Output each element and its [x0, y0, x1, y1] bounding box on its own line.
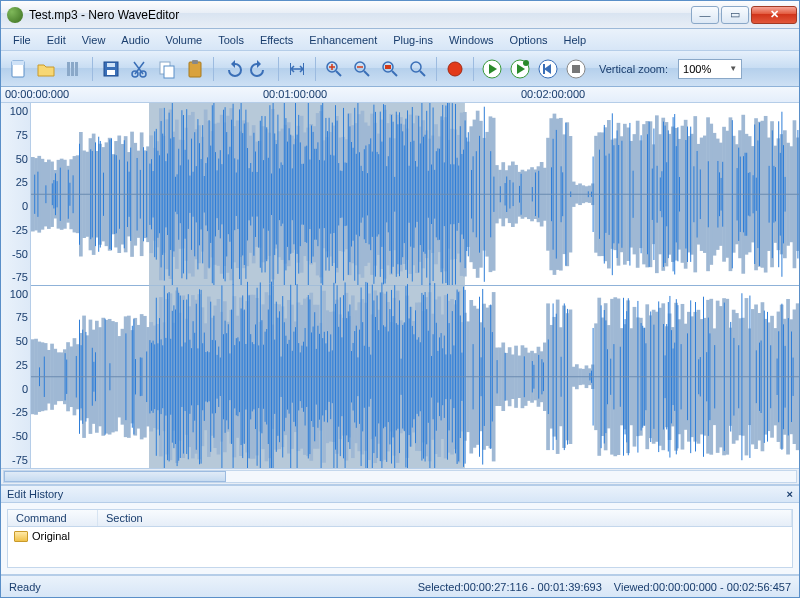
yaxis-tick: -50	[3, 430, 28, 442]
new-file-icon	[7, 58, 29, 80]
copy-button[interactable]	[154, 56, 180, 82]
redo-button[interactable]	[247, 56, 273, 82]
svg-rect-11	[164, 66, 174, 78]
ruler-tick: 00:01:00:000	[263, 88, 327, 100]
menu-audio[interactable]: Audio	[113, 31, 157, 49]
yaxis-tick: 100	[3, 105, 28, 117]
zoom-selection-button[interactable]	[377, 56, 403, 82]
yaxis-tick: 50	[3, 153, 28, 165]
menu-options[interactable]: Options	[502, 31, 556, 49]
select-all-button[interactable]	[284, 56, 310, 82]
minimize-button[interactable]: —	[691, 6, 719, 24]
svg-rect-14	[290, 63, 291, 75]
maximize-button[interactable]: ▭	[721, 6, 749, 24]
library-button[interactable]	[61, 56, 87, 82]
menu-enhancement[interactable]: Enhancement	[301, 31, 385, 49]
status-viewed: Viewed:00:00:00:000 - 00:02:56:457	[614, 581, 791, 593]
edit-history-panel: Command Section Original	[1, 503, 799, 575]
svg-rect-1	[12, 61, 24, 65]
yaxis-tick: 50	[3, 335, 28, 347]
window-title: Test.mp3 - Nero WaveEditor	[29, 8, 691, 22]
cut-button[interactable]	[126, 56, 152, 82]
app-icon	[7, 7, 23, 23]
record-icon	[444, 58, 466, 80]
edit-history-header: Edit History ×	[1, 485, 799, 503]
svg-rect-19	[385, 65, 391, 69]
svg-rect-4	[75, 62, 78, 76]
save-icon	[100, 58, 122, 80]
svg-rect-3	[71, 62, 74, 76]
yaxis-tick: -25	[3, 224, 28, 236]
copy-icon	[156, 58, 178, 80]
menu-file[interactable]: File	[5, 31, 39, 49]
waveform-area: 1007550250-25-50-75 1007550250-25-50-75	[1, 103, 799, 468]
panel-close-icon[interactable]: ×	[787, 488, 793, 500]
titlebar[interactable]: Test.mp3 - Nero WaveEditor — ▭ ✕	[1, 1, 799, 29]
zoom-out-button[interactable]	[349, 56, 375, 82]
yaxis-tick: 25	[3, 359, 28, 371]
yaxis-tick: 75	[3, 311, 28, 323]
svg-point-20	[411, 62, 421, 72]
yaxis-tick: 0	[3, 383, 28, 395]
record-button[interactable]	[442, 56, 468, 82]
time-ruler[interactable]: 00:00:00:00000:01:00:00000:02:00:000	[1, 87, 799, 103]
vertical-zoom-label: Vertical zoom:	[599, 63, 668, 75]
undo-icon	[221, 58, 243, 80]
waveform-canvas-wrap[interactable]	[31, 103, 799, 468]
menu-help[interactable]: Help	[556, 31, 595, 49]
zoom-value: 100%	[683, 63, 711, 75]
folder-icon	[14, 531, 28, 542]
menu-effects[interactable]: Effects	[252, 31, 301, 49]
yaxis-tick: -75	[3, 454, 28, 466]
waveform-canvas[interactable]	[31, 103, 799, 468]
undo-button[interactable]	[219, 56, 245, 82]
stop-icon	[565, 58, 587, 80]
scrollbar-thumb[interactable]	[4, 471, 226, 482]
close-button[interactable]: ✕	[751, 6, 797, 24]
open-file-button[interactable]	[33, 56, 59, 82]
play-loop-button[interactable]	[507, 56, 533, 82]
horizontal-scrollbar[interactable]	[1, 468, 799, 485]
chevron-down-icon: ▼	[729, 64, 737, 73]
menu-view[interactable]: View	[74, 31, 114, 49]
svg-rect-13	[192, 60, 198, 64]
zoom-full-button[interactable]	[405, 56, 431, 82]
zoom-in-icon	[323, 58, 345, 80]
toolbar: Vertical zoom:100%▼	[1, 51, 799, 87]
svg-rect-7	[107, 63, 115, 67]
statusbar: Ready Selected:00:00:27:116 - 00:01:39:6…	[1, 575, 799, 597]
ruler-tick: 00:00:00:000	[5, 88, 69, 100]
library-icon	[63, 58, 85, 80]
stop-button[interactable]	[563, 56, 589, 82]
yaxis-tick: -25	[3, 406, 28, 418]
svg-point-24	[523, 60, 529, 66]
open-file-icon	[35, 58, 57, 80]
play-loop-icon	[509, 58, 531, 80]
history-command: Original	[32, 530, 70, 542]
svg-rect-2	[67, 62, 70, 76]
col-command[interactable]: Command	[8, 510, 98, 526]
history-row[interactable]: Original	[8, 527, 792, 545]
zoom-out-icon	[351, 58, 373, 80]
vertical-zoom-select[interactable]: 100%▼	[678, 59, 742, 79]
menu-windows[interactable]: Windows	[441, 31, 502, 49]
yaxis-tick: -75	[3, 271, 28, 283]
paste-button[interactable]	[182, 56, 208, 82]
ruler-tick: 00:02:00:000	[521, 88, 585, 100]
rewind-button[interactable]	[535, 56, 561, 82]
new-file-button[interactable]	[5, 56, 31, 82]
yaxis-tick: 100	[3, 288, 28, 300]
save-button[interactable]	[98, 56, 124, 82]
menu-plug-ins[interactable]: Plug-ins	[385, 31, 441, 49]
zoom-in-button[interactable]	[321, 56, 347, 82]
play-button[interactable]	[479, 56, 505, 82]
svg-rect-12	[189, 62, 201, 77]
svg-rect-26	[543, 64, 545, 74]
menu-tools[interactable]: Tools	[210, 31, 252, 49]
col-section[interactable]: Section	[98, 510, 792, 526]
history-grid[interactable]: Command Section Original	[7, 509, 793, 568]
zoom-selection-icon	[379, 58, 401, 80]
menu-volume[interactable]: Volume	[158, 31, 211, 49]
menu-edit[interactable]: Edit	[39, 31, 74, 49]
edit-history-title: Edit History	[7, 488, 63, 500]
